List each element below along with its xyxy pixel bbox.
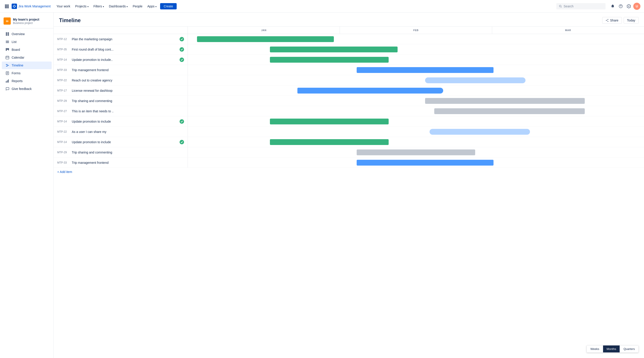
projects-chevron	[88, 5, 88, 8]
search-box[interactable]	[556, 3, 606, 10]
row-id: MTP-29	[57, 99, 70, 103]
topnav: Jira Work Management Your work Projects …	[0, 0, 644, 13]
reports-icon	[5, 79, 10, 83]
help-icon[interactable]	[617, 3, 624, 10]
table-row[interactable]: MTP-14Update promotion to include	[54, 137, 644, 147]
nav-filters[interactable]: Filters	[91, 3, 106, 10]
gantt-bar[interactable]	[270, 47, 398, 52]
logo[interactable]: Jira Work Management	[12, 4, 50, 9]
table-row[interactable]: MTP-12Plan the marketing campaign	[54, 34, 644, 44]
table-row[interactable]: MTP-29Trip sharing and commenting	[54, 147, 644, 158]
sidebar-item-timeline[interactable]: Timeline	[2, 62, 52, 69]
row-name: This is an item that needs to ..	[72, 109, 184, 113]
search-icon	[559, 5, 562, 8]
svg-rect-18	[6, 42, 9, 42]
check-icon	[180, 37, 184, 41]
today-button[interactable]: Today	[624, 17, 639, 24]
timeline-label-header	[54, 27, 188, 34]
table-row[interactable]: MTP-17License renewal for dashloop	[54, 86, 644, 96]
svg-rect-36	[8, 80, 9, 83]
create-button[interactable]: Create	[160, 3, 177, 10]
gantt-bar[interactable]	[357, 149, 475, 155]
row-id: MTP-14	[57, 58, 70, 61]
weeks-button[interactable]: Weeks	[587, 345, 603, 352]
nav-your-work[interactable]: Your work	[54, 3, 72, 10]
nav-dashboards[interactable]: Dashboards	[107, 3, 130, 10]
row-name: Trip sharing and commenting	[72, 99, 184, 103]
feedback-icon	[5, 87, 10, 91]
row-name: Update promotion to include	[72, 120, 177, 123]
svg-rect-34	[6, 81, 6, 83]
gantt-bar[interactable]	[430, 129, 530, 135]
table-row[interactable]: MTP-29Trip sharing and commenting	[54, 96, 644, 106]
svg-rect-4	[6, 6, 8, 7]
svg-rect-6	[5, 7, 6, 8]
nav-apps[interactable]: Apps	[145, 3, 159, 10]
overview-icon	[5, 32, 10, 36]
nav-projects[interactable]: Projects	[73, 3, 91, 10]
gantt-bar[interactable]	[270, 119, 388, 124]
gantt-bar[interactable]	[357, 160, 494, 166]
svg-rect-16	[8, 34, 9, 36]
project-icon: 🗂	[4, 18, 11, 25]
filters-chevron	[103, 5, 104, 8]
gantt-bar[interactable]	[197, 36, 334, 42]
gantt-bar[interactable]	[298, 88, 444, 94]
sidebar-item-overview[interactable]: Overview	[2, 30, 52, 38]
add-item-label: + Add item	[57, 170, 72, 174]
table-row[interactable]: MTP-22As a user I can share my	[54, 127, 644, 137]
gantt-bar[interactable]	[434, 108, 585, 114]
calendar-icon	[5, 56, 10, 60]
share-icon	[606, 19, 609, 22]
project-type: Business project	[13, 22, 39, 25]
svg-rect-27	[6, 64, 8, 65]
svg-rect-28	[7, 65, 9, 66]
svg-rect-3	[5, 6, 6, 7]
row-id: MTP-29	[57, 151, 70, 154]
table-row[interactable]: MTP-35First round draft of blog cont...	[54, 44, 644, 55]
page-title: Timeline	[59, 17, 81, 24]
nav-people[interactable]: People	[130, 3, 145, 10]
table-row[interactable]: MTP-14Update promotion to include..	[54, 55, 644, 65]
forms-icon	[5, 71, 10, 75]
row-id: MTP-33	[57, 69, 70, 72]
user-avatar[interactable]: U	[633, 3, 640, 10]
table-row[interactable]: MTP-14Update promotion to include	[54, 116, 644, 127]
svg-rect-15	[6, 34, 7, 36]
gantt-bar[interactable]	[425, 98, 585, 104]
quarters-button[interactable]: Quarters	[620, 345, 638, 352]
gantt-bar[interactable]	[270, 57, 388, 63]
svg-rect-13	[6, 33, 7, 34]
svg-point-12	[620, 7, 621, 8]
sidebar-item-label: Calendar	[12, 56, 24, 59]
table-row[interactable]: MTP-33Trip management frontend	[54, 158, 644, 168]
search-input[interactable]	[564, 5, 603, 8]
table-row[interactable]: MTP-22Reach out to creative agency	[54, 75, 644, 86]
row-id: MTP-14	[57, 141, 70, 144]
gantt-bar[interactable]	[425, 77, 526, 83]
settings-icon[interactable]	[625, 3, 632, 10]
sidebar-item-forms[interactable]: Forms	[2, 69, 52, 77]
gantt-bar[interactable]	[357, 67, 494, 73]
table-row[interactable]: MTP-33Trip management frontend	[54, 65, 644, 75]
row-name: First round draft of blog cont...	[72, 48, 177, 51]
sidebar-project[interactable]: 🗂 My team's project Business project	[0, 15, 54, 29]
sidebar-item-board[interactable]: Board	[2, 46, 52, 54]
apps-chevron	[156, 5, 156, 8]
grid-icon[interactable]	[4, 3, 10, 10]
share-button[interactable]: Share	[602, 17, 622, 24]
sidebar-item-label: Board	[12, 48, 20, 52]
add-item-row[interactable]: + Add item	[54, 168, 644, 176]
dashboards-chevron	[126, 5, 128, 8]
gantt-bar[interactable]	[270, 139, 388, 145]
svg-rect-1	[6, 5, 8, 6]
months-button[interactable]: Months	[603, 345, 620, 352]
sidebar-item-list[interactable]: List	[2, 38, 52, 46]
sidebar-item-calendar[interactable]: Calendar	[2, 54, 52, 61]
sidebar-item-give-feedback[interactable]: Give feedback	[2, 85, 52, 93]
notifications-icon[interactable]	[609, 3, 616, 10]
svg-rect-8	[8, 7, 9, 8]
sidebar-item-reports[interactable]: Reports	[2, 77, 52, 85]
timeline-container: JAN FEB MAR MTP-12Plan the marketing cam…	[54, 27, 644, 358]
table-row[interactable]: MTP-27This is an item that needs to ..	[54, 106, 644, 116]
